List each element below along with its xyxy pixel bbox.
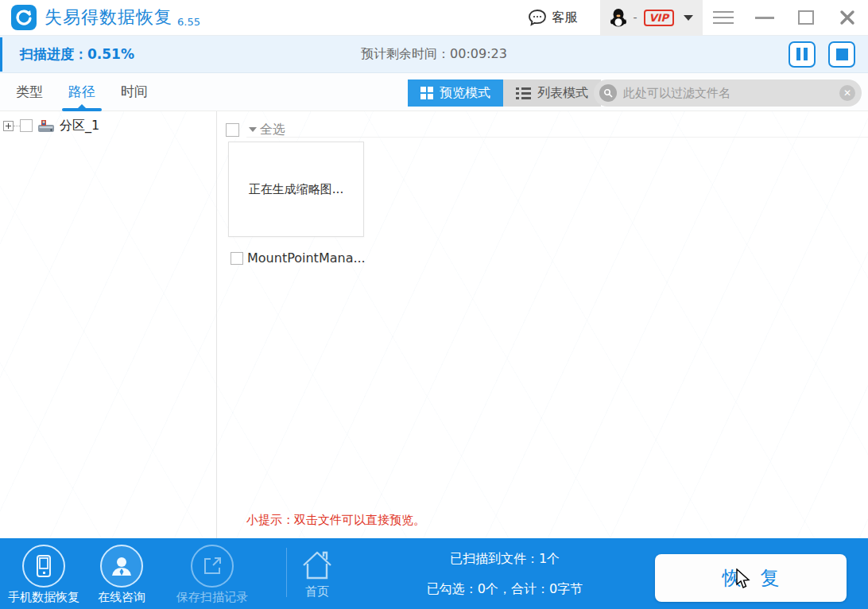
- pause-button[interactable]: [789, 41, 816, 68]
- selected-count-text: 已勾选：0个，合计：0字节: [374, 581, 636, 598]
- scanned-count-text: 已扫描到文件：1个: [374, 551, 636, 568]
- pause-icon: [796, 48, 808, 60]
- close-button[interactable]: [827, 0, 868, 36]
- stop-button[interactable]: [828, 41, 855, 68]
- export-icon: [191, 545, 234, 588]
- hamburger-icon: [713, 11, 734, 24]
- dock-divider: [286, 548, 287, 597]
- customer-service-label: 客服: [552, 10, 578, 26]
- file-thumbnail-card[interactable]: 正在生成缩略图...: [228, 142, 364, 237]
- file-preview-panel: 全选 正在生成缩略图... MountPointMana... 小提示：双击文件…: [218, 111, 868, 538]
- vip-badge[interactable]: VIP: [644, 10, 674, 26]
- filename-filter-box[interactable]: ✕: [594, 80, 862, 107]
- app-logo-icon: [11, 5, 37, 30]
- scan-progress-bar: 预计剩余时间：00:09:23 扫描进度：0.51%: [0, 36, 868, 73]
- preview-mode-label: 预览模式: [440, 85, 490, 102]
- partition-checkbox[interactable]: [20, 119, 33, 132]
- phone-recovery-label: 手机数据恢复: [8, 590, 79, 605]
- file-name: MountPointMana...: [247, 250, 366, 266]
- menu-button[interactable]: [703, 0, 744, 36]
- list-mode-button[interactable]: 列表模式: [503, 80, 601, 107]
- tree-item-label: 分区_1: [60, 118, 99, 134]
- qq-penguin-icon: [610, 8, 627, 27]
- clear-search-icon[interactable]: ✕: [839, 85, 855, 101]
- bottom-bar: 手机数据恢复 在线咨询 保存扫描记录 首页: [0, 538, 868, 609]
- home-label: 首页: [305, 584, 329, 599]
- preview-mode-button[interactable]: 预览模式: [408, 80, 503, 107]
- chat-bubble-icon: [528, 9, 547, 26]
- maximize-button[interactable]: [785, 0, 827, 36]
- account-area[interactable]: - VIP: [600, 0, 703, 36]
- view-mode-toggle: 预览模式 列表模式: [408, 80, 601, 107]
- maximize-icon: [798, 10, 814, 25]
- content-area: 分区_1 全选 正在生成缩略图... MountPointMana... 小提示…: [0, 111, 868, 538]
- person-icon: [100, 545, 143, 588]
- tree-connector: [14, 126, 20, 126]
- phone-recovery-button[interactable]: 手机数据恢复: [8, 545, 79, 605]
- tab-path[interactable]: 路径: [68, 73, 95, 111]
- app-title: 失易得数据恢复: [45, 6, 172, 29]
- filename-filter-input[interactable]: [617, 86, 839, 100]
- thumbnail-loading-text: 正在生成缩略图...: [249, 182, 343, 197]
- eta-text: 预计剩余时间：00:09:23: [0, 46, 868, 63]
- account-name: -: [634, 11, 637, 24]
- recover-button[interactable]: 恢 复: [655, 554, 847, 602]
- customer-service-button[interactable]: 客服: [528, 9, 578, 26]
- select-all-caret-icon[interactable]: [249, 127, 257, 132]
- expand-plus-icon[interactable]: [3, 121, 14, 131]
- file-row: MountPointMana...: [231, 250, 366, 266]
- list-mode-label: 列表模式: [537, 85, 588, 102]
- tab-time[interactable]: 时间: [121, 73, 148, 111]
- select-all-label: 全选: [260, 122, 285, 138]
- close-icon: [839, 10, 855, 25]
- header-separator: [246, 137, 868, 138]
- stop-icon: [836, 48, 848, 60]
- online-consult-label: 在线咨询: [98, 590, 145, 605]
- tab-type[interactable]: 类型: [16, 73, 43, 111]
- title-bar: 失易得数据恢复 6.55 客服 - VIP: [0, 0, 868, 36]
- tip-text: 小提示：双击文件可以直接预览。: [246, 513, 425, 528]
- list-view-icon: [516, 87, 531, 99]
- tab-time-label: 时间: [121, 83, 148, 101]
- select-all-row: 全选: [226, 118, 868, 142]
- search-icon: [599, 84, 617, 102]
- online-consult-button[interactable]: 在线咨询: [98, 545, 145, 605]
- grid-view-icon: [420, 87, 433, 99]
- minimize-button[interactable]: [744, 0, 785, 36]
- active-tab-pointer: [77, 104, 87, 109]
- select-all-checkbox[interactable]: [226, 123, 239, 137]
- phone-icon: [22, 545, 65, 588]
- save-scan-record-label: 保存扫描记录: [176, 590, 248, 605]
- tab-path-label: 路径: [68, 83, 95, 101]
- home-button[interactable]: 首页: [299, 548, 335, 599]
- home-icon: [299, 548, 335, 581]
- file-checkbox[interactable]: [231, 252, 243, 265]
- save-scan-record-button[interactable]: 保存扫描记录: [176, 545, 248, 605]
- scan-stats: 已扫描到文件：1个 已勾选：0个，合计：0字节: [374, 538, 636, 609]
- vip-dropdown-caret-icon[interactable]: [684, 15, 693, 21]
- minimize-icon: [755, 17, 774, 19]
- app-version: 6.55: [177, 16, 200, 28]
- partition-drive-icon: [37, 118, 55, 133]
- tree-item-partition1[interactable]: 分区_1: [3, 116, 216, 135]
- tab-type-label: 类型: [16, 83, 43, 101]
- path-tree-panel: 分区_1: [0, 111, 217, 538]
